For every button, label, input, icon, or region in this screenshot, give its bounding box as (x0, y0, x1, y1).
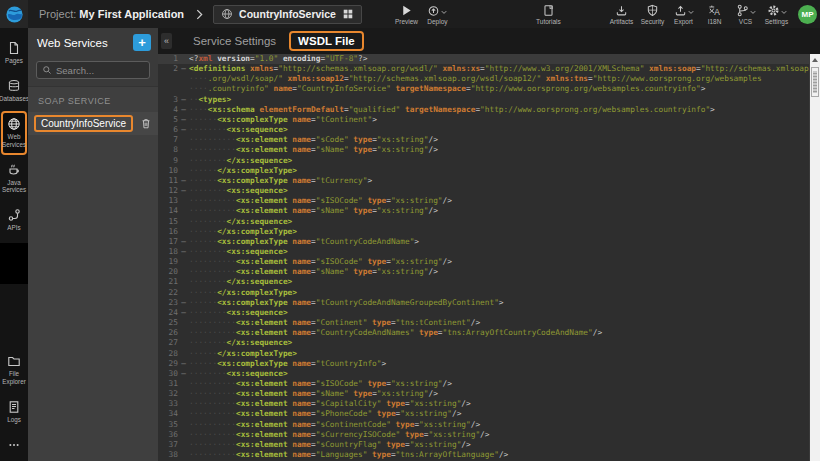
code-line-4[interactable]: 4–····<xs:schema elementFormDefault="qua… (158, 105, 809, 115)
line-number: 33 (158, 399, 178, 409)
code-line-25[interactable]: 25··········<xs:element name="Continent"… (158, 318, 809, 328)
wavemaker-logo-icon (5, 5, 24, 24)
search-input[interactable] (56, 65, 146, 76)
fold-marker[interactable]: – (178, 115, 189, 125)
code-line-23[interactable]: 23–······<xs:complexType name="tCountryC… (158, 298, 809, 308)
sidebar-item-apis[interactable]: APIs (1, 202, 27, 238)
code-line-6[interactable]: 6–········<xs:sequence> (158, 125, 809, 135)
i18n-button[interactable]: AI18N (699, 4, 730, 25)
service-name[interactable]: CountryInfoService (34, 115, 133, 132)
sidebar-item-web-services[interactable]: Web Services (1, 111, 27, 154)
sidebar-item-more[interactable] (1, 432, 27, 459)
sidebar-item-pages[interactable]: Pages (1, 35, 27, 71)
fold-marker[interactable]: – (178, 64, 189, 74)
fold-marker[interactable]: – (178, 359, 189, 369)
settings-button[interactable]: Settings (761, 4, 792, 25)
fold-marker[interactable]: – (178, 298, 189, 308)
code-line-28[interactable]: 28······</xs:complexType> (158, 349, 809, 359)
code-line-22[interactable]: 22······</xs:complexType> (158, 288, 809, 298)
user-avatar[interactable]: MP (798, 5, 817, 24)
logs-icon (7, 400, 21, 414)
code-line-29[interactable]: 29–······<xs:complexType name="tCountryI… (158, 359, 809, 369)
line-number: 30 (158, 369, 178, 379)
fold-gutter (178, 257, 189, 267)
search-box[interactable] (36, 61, 150, 79)
service-tab[interactable]: CountryInfoService (213, 5, 362, 24)
code-line-11[interactable]: 11–······<xs:complexType name="tCurrency… (158, 176, 809, 186)
preview-button[interactable]: Preview (391, 4, 422, 25)
code-line-5[interactable]: 5–······<xs:complexType name="tContinent… (158, 115, 809, 125)
grid-icon[interactable] (342, 8, 354, 20)
code-line-38[interactable]: 38··········<xs:element name="Languages"… (158, 450, 809, 460)
sidebar-item-file-explorer[interactable]: File Explorer (1, 348, 27, 391)
code-text: ··········<xs:element name="sCountryFlag… (189, 440, 809, 450)
project-label: Project: (39, 8, 76, 20)
scrollbar-thumb[interactable] (811, 67, 819, 97)
export-button[interactable]: Export (668, 4, 699, 25)
code-line-24[interactable]: 24–········<xs:sequence> (158, 308, 809, 318)
code-line-30[interactable]: 30–········<xs:sequence> (158, 369, 809, 379)
code-line-31[interactable]: 31··········<xs:element name="sISOCode" … (158, 379, 809, 389)
code-line-19[interactable]: 19··········<xs:element name="sISOCode" … (158, 257, 809, 267)
sidebar-item-java-services[interactable]: Java Services (1, 157, 27, 200)
code-line-1[interactable]: 1<?xml version="1.0" encoding="UTF-8"?> (158, 54, 809, 64)
tab-wsdl-file[interactable]: WSDL File (289, 31, 364, 51)
code-line-37[interactable]: 37··········<xs:element name="sCountryFl… (158, 440, 809, 450)
sidebar-item-databases[interactable]: Databases (1, 73, 27, 109)
apis-icon (7, 208, 21, 222)
delete-service-icon[interactable] (140, 117, 152, 130)
code-line-12[interactable]: 12–········<xs:sequence> (158, 186, 809, 196)
scrollbar-up-arrow[interactable] (810, 54, 820, 65)
tab-service-settings[interactable]: Service Settings (193, 35, 276, 47)
code-line-26[interactable]: 26··········<xs:element name="CountryCod… (158, 328, 809, 338)
code-line-2-wrap1[interactable]: ····.org/wsdl/soap/" xmlns:soap12="http:… (158, 74, 809, 84)
code-line-8[interactable]: 8··········<xs:element name="sName" type… (158, 145, 809, 155)
fold-marker[interactable]: – (178, 186, 189, 196)
fold-marker[interactable]: – (178, 95, 189, 105)
code-line-16[interactable]: 16······</xs:complexType> (158, 227, 809, 237)
code-line-18[interactable]: 18–········<xs:sequence> (158, 247, 809, 257)
code-line-17[interactable]: 17–······<xs:complexType name="tCountryC… (158, 237, 809, 247)
vcs-button[interactable]: VCS (730, 4, 761, 25)
collapse-panel-button[interactable]: « (161, 33, 172, 49)
code-line-33[interactable]: 33··········<xs:element name="sCapitalCi… (158, 399, 809, 409)
fold-marker[interactable]: – (178, 247, 189, 257)
code-line-2-wrap2[interactable]: ····.countryinfo" name="CountryInfoServi… (158, 84, 809, 94)
add-service-button[interactable]: + (133, 34, 151, 51)
fold-marker[interactable]: – (178, 125, 189, 135)
code-line-7[interactable]: 7··········<xs:element name="sCode" type… (158, 135, 809, 145)
artifacts-button[interactable]: Artifacts (606, 4, 637, 25)
code-line-34[interactable]: 34··········<xs:element name="sPhoneCode… (158, 409, 809, 419)
editor-scrollbar[interactable] (809, 54, 820, 461)
code-line-14[interactable]: 14··········<xs:element name="sName" typ… (158, 206, 809, 216)
code-line-10[interactable]: 10······</xs:complexType> (158, 166, 809, 176)
caret-icon (441, 10, 447, 17)
wsdl-code-editor[interactable]: 1<?xml version="1.0" encoding="UTF-8"?>2… (158, 54, 820, 461)
fold-marker[interactable]: – (178, 176, 189, 186)
service-tab-label: CountryInfoService (239, 8, 336, 20)
code-line-13[interactable]: 13··········<xs:element name="sISOCode" … (158, 196, 809, 206)
app-logo[interactable] (0, 0, 28, 28)
caret-icon (688, 10, 694, 17)
security-button[interactable]: Security (637, 4, 668, 25)
fold-marker[interactable]: – (178, 237, 189, 247)
code-line-32[interactable]: 32··········<xs:element name="sName" typ… (158, 389, 809, 399)
deploy-button[interactable]: Deploy (422, 4, 453, 25)
line-number: 9 (158, 156, 178, 166)
fold-marker[interactable]: – (178, 105, 189, 115)
code-line-9[interactable]: 9········</xs:sequence> (158, 156, 809, 166)
fold-marker[interactable]: – (178, 369, 189, 379)
code-line-15[interactable]: 15········</xs:sequence> (158, 217, 809, 227)
code-line-3[interactable]: 3–··<types> (158, 95, 809, 105)
code-line-36[interactable]: 36··········<xs:element name="sCurrencyI… (158, 430, 809, 440)
sidebar-item-logs[interactable]: Logs (1, 394, 27, 430)
code-line-35[interactable]: 35··········<xs:element name="sContinent… (158, 420, 809, 430)
settings-label: Settings (765, 18, 789, 25)
code-line-2[interactable]: 2–<definitions xmlns="http://schemas.xml… (158, 64, 809, 74)
tutorials-button[interactable]: Tutorials (533, 4, 564, 25)
code-line-20[interactable]: 20··········<xs:element name="sName" typ… (158, 267, 809, 277)
service-list-item[interactable]: CountryInfoService (28, 112, 158, 135)
code-line-21[interactable]: 21········</xs:sequence> (158, 277, 809, 287)
fold-marker[interactable]: – (178, 308, 189, 318)
code-line-27[interactable]: 27········</xs:sequence> (158, 338, 809, 348)
